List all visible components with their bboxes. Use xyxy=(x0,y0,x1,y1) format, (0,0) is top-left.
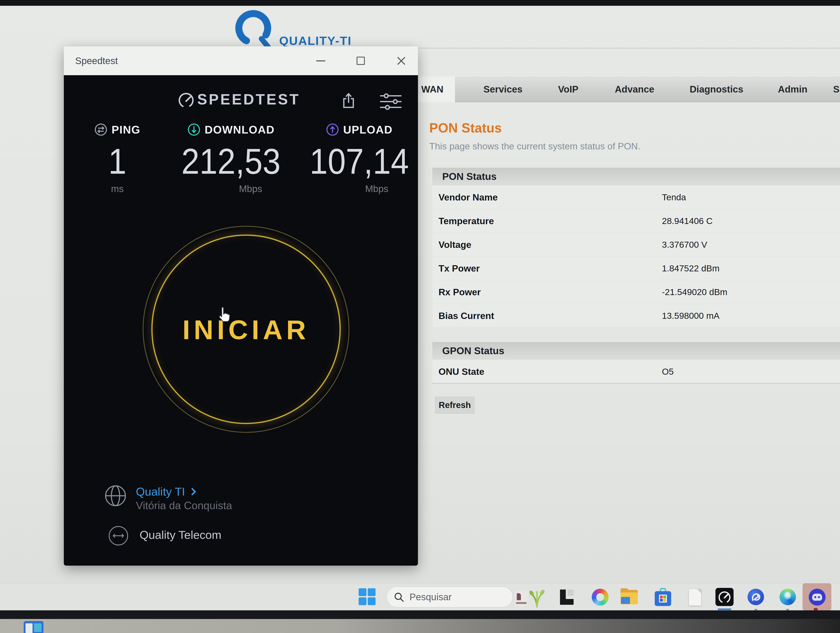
row-value: O5 xyxy=(662,360,674,383)
row-label: Temperature xyxy=(439,209,494,233)
pon-status-table: PON Status Vendor Name Tenda Temperature… xyxy=(433,168,840,383)
tab-wan[interactable]: WAN xyxy=(421,76,443,102)
gpon-table-header-label: GPON Status xyxy=(442,342,504,360)
table-row: Bias Current 13.598000 mA xyxy=(433,304,840,328)
row-value: -21.549020 dBm xyxy=(662,280,727,304)
speedtest-header: SPEEDTEST xyxy=(64,90,418,112)
pon-table-header: PON Status xyxy=(433,168,840,185)
discord-notification-dot xyxy=(814,608,818,610)
metric-value: 107,14 xyxy=(307,141,411,182)
windows-logo-icon xyxy=(358,588,366,596)
search-input[interactable] xyxy=(409,587,506,607)
row-label: Vendor Name xyxy=(439,185,498,209)
tab-diagnostics[interactable]: Diagnostics xyxy=(690,76,744,102)
server-name-link[interactable]: Quality Telecom xyxy=(140,528,221,541)
row-value: Tenda xyxy=(662,185,686,209)
start-button-label: INICIAR xyxy=(143,314,349,345)
refresh-button[interactable]: Refresh xyxy=(435,397,475,413)
speedtest-body: SPEEDTEST xyxy=(64,75,418,566)
hand-cursor-icon xyxy=(216,305,233,324)
download-metric: DOWNLOAD 212,53 Mbps xyxy=(173,122,289,194)
quality-ti-logo-icon xyxy=(233,10,282,50)
windows-taskbar xyxy=(0,583,840,610)
settings-sliders-icon[interactable] xyxy=(379,93,402,110)
metric-unit: Mbps xyxy=(173,183,289,194)
table-row: Tx Power 1.847522 dBm xyxy=(433,256,840,280)
row-label: Tx Power xyxy=(439,256,480,280)
tab-voip[interactable]: VoIP xyxy=(558,76,578,102)
window-titlebar[interactable]: Speedtest xyxy=(64,46,418,75)
page-subtitle: This page shows the current system statu… xyxy=(429,141,640,152)
search-icon xyxy=(394,592,404,602)
table-row: Temperature 28.941406 C xyxy=(433,209,840,233)
speedtest-taskbar-icon[interactable] xyxy=(715,588,734,606)
tab-services[interactable]: Services xyxy=(483,76,522,102)
row-value: 3.376700 V xyxy=(662,233,707,256)
start-button-windows[interactable] xyxy=(358,588,376,606)
row-label: Bias Current xyxy=(439,304,494,328)
minimize-button[interactable] xyxy=(314,55,327,67)
notepad-icon[interactable] xyxy=(689,589,701,606)
provider-link[interactable]: Quality TI xyxy=(136,485,195,498)
table-row: Voltage 3.376700 V xyxy=(433,233,840,256)
chevron-right-icon xyxy=(188,488,196,495)
ping-metric: PING 1 ms xyxy=(60,122,175,194)
table-row: Vendor Name Tenda xyxy=(433,185,840,209)
close-button[interactable] xyxy=(395,55,407,67)
partial-windows-logo-icon xyxy=(24,621,43,633)
server-arrows-icon xyxy=(107,525,129,547)
microsoft-store-icon[interactable] xyxy=(655,588,671,607)
speedtest-wordmark: SPEEDTEST xyxy=(197,91,300,108)
metric-label: DOWNLOAD xyxy=(205,123,275,136)
row-label: ONU State xyxy=(439,360,485,383)
monitor-top-bezel xyxy=(0,0,840,6)
tab-clipped[interactable]: S xyxy=(833,76,840,102)
metric-unit: Mbps xyxy=(302,183,417,194)
provider-location: Vitória da Conquista xyxy=(136,499,232,512)
file-explorer-icon[interactable] xyxy=(621,590,638,605)
row-value: 13.598000 mA xyxy=(662,304,720,328)
metric-label: UPLOAD xyxy=(343,123,393,136)
upload-metric: UPLOAD 107,14 Mbps xyxy=(302,122,417,194)
page-title: PON Status xyxy=(429,120,502,136)
pon-table-header-label: PON Status xyxy=(442,168,497,185)
ping-arrows-icon xyxy=(94,123,107,136)
table-row: Rx Power -21.549020 dBm xyxy=(433,280,840,304)
globe-icon xyxy=(104,484,127,507)
tab-admin[interactable]: Admin xyxy=(778,76,807,102)
metric-value: 212,53 xyxy=(179,141,283,182)
gpon-table-header: GPON Status xyxy=(433,342,840,360)
metric-label: PING xyxy=(112,123,141,136)
taskbar-search[interactable] xyxy=(387,586,513,608)
gauge-logo-icon xyxy=(177,92,195,109)
row-value: 1.847522 dBm xyxy=(662,256,720,280)
table-row: ONU State O5 xyxy=(433,360,840,383)
active-app-indicator xyxy=(718,608,731,610)
window-title: Speedtest xyxy=(75,46,118,75)
metric-unit: ms xyxy=(60,183,175,194)
metric-value: 1 xyxy=(65,141,169,182)
l-app-icon[interactable] xyxy=(558,590,573,605)
tab-advance[interactable]: Advance xyxy=(615,76,654,102)
router-tab-bar: WAN Services VoIP Advance Diagnostics Ad… xyxy=(418,76,840,102)
maximize-button[interactable] xyxy=(355,55,367,67)
discord-icon[interactable] xyxy=(809,589,826,606)
speedtest-window: Speedtest SPEEDTEST xyxy=(64,46,418,566)
row-label: Voltage xyxy=(439,233,471,256)
row-value: 28.941406 C xyxy=(662,209,712,233)
download-arrow-icon xyxy=(187,123,201,136)
upload-arrow-icon xyxy=(326,123,339,136)
second-screen-edge xyxy=(0,619,840,633)
share-icon[interactable] xyxy=(341,93,356,109)
row-label: Rx Power xyxy=(439,280,481,304)
copilot-icon[interactable] xyxy=(592,589,609,606)
blue-app-icon[interactable] xyxy=(748,589,764,605)
edge-icon[interactable] xyxy=(780,589,796,605)
photographed-screen: QUALITY-TI WAN Services VoIP Advance Dia… xyxy=(0,0,840,633)
provider-name: Quality TI xyxy=(136,485,185,498)
desk-photo-icon[interactable] xyxy=(515,590,528,606)
brand-wordmark: QUALITY-TI xyxy=(279,34,352,47)
wheat-plant-icon[interactable] xyxy=(529,589,545,608)
